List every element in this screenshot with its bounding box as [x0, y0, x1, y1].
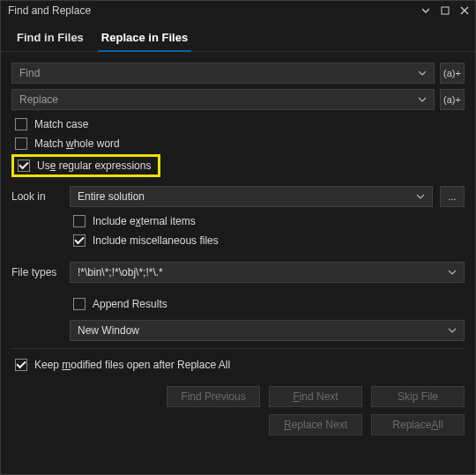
match-whole-word-checkbox[interactable]: [15, 137, 27, 150]
chevron-down-icon: [448, 326, 457, 335]
chevron-down-icon: [448, 268, 457, 277]
include-external-row: Include external items: [70, 212, 465, 230]
close-icon[interactable]: [457, 4, 472, 18]
browse-button[interactable]: ...: [440, 186, 465, 207]
file-types-row: File types !*\bin\*;!*\obj\*;!*\.*: [11, 262, 465, 283]
replace-regex-button[interactable]: (a)+: [440, 89, 465, 110]
chevron-down-icon[interactable]: [418, 69, 427, 78]
find-placeholder: Find: [19, 67, 40, 79]
keep-modified-checkbox[interactable]: [15, 359, 27, 371]
window-title: Find and Replace: [8, 4, 419, 17]
results-window-select[interactable]: New Window: [70, 320, 465, 341]
chevron-down-icon: [416, 192, 425, 201]
find-previous-button[interactable]: Find Previous: [167, 386, 260, 407]
dialog-body: Find (a)+ Replace (a)+ Match case Match …: [1, 52, 475, 442]
include-external-checkbox[interactable]: [73, 215, 86, 227]
keep-modified-label[interactable]: Keep modified files open after Replace A…: [34, 359, 230, 371]
look-in-label: Look in: [11, 190, 63, 203]
tab-find-in-files[interactable]: Find in Files: [8, 26, 93, 51]
actions-row-1: Find Previous Find Next Skip File: [11, 386, 465, 407]
match-case-checkbox[interactable]: [15, 118, 27, 130]
use-regex-label[interactable]: Use regular expressions: [37, 160, 151, 172]
file-types-value: !*\bin\*;!*\obj\*;!*\.*: [78, 266, 163, 278]
look-in-row: Look in Entire solution ...: [11, 186, 465, 207]
keep-modified-row: Keep modified files open after Replace A…: [11, 356, 465, 374]
results-window-value: New Window: [78, 324, 139, 337]
append-results-label[interactable]: Append Results: [93, 298, 167, 310]
skip-file-button[interactable]: Skip File: [371, 386, 465, 407]
find-input[interactable]: Find: [11, 63, 435, 84]
replace-all-button[interactable]: Replace All: [371, 414, 465, 435]
find-next-button[interactable]: Find Next: [269, 386, 362, 407]
titlebar: Find and Replace: [1, 1, 475, 20]
include-misc-row: Include miscellaneous files: [70, 232, 465, 249]
look-in-options: Include external items Include miscellan…: [11, 212, 465, 249]
match-case-row: Match case: [11, 115, 465, 133]
replace-input[interactable]: Replace: [11, 89, 435, 110]
match-whole-word-label[interactable]: Match whole word: [34, 137, 120, 150]
look-in-value: Entire solution: [78, 190, 145, 203]
append-results-checkbox[interactable]: [73, 298, 86, 310]
use-regex-row: Use regular expressions: [11, 154, 160, 177]
actions-row-2: Replace Next Replace All: [11, 414, 465, 435]
find-regex-button[interactable]: (a)+: [440, 63, 465, 84]
replace-placeholder: Replace: [19, 93, 58, 106]
append-results-row: Append Results: [70, 295, 465, 313]
include-misc-checkbox[interactable]: [73, 234, 86, 247]
chevron-down-icon[interactable]: [418, 95, 427, 104]
use-regex-checkbox[interactable]: [18, 160, 30, 172]
tab-replace-in-files[interactable]: Replace in Files: [93, 26, 197, 51]
titlebar-controls: [419, 4, 472, 18]
maximize-icon[interactable]: [438, 4, 452, 18]
replace-row: Replace (a)+: [11, 89, 465, 110]
tabs: Find in Files Replace in Files: [1, 20, 475, 52]
result-options: Append Results New Window: [11, 295, 465, 341]
match-whole-word-row: Match whole word: [11, 135, 465, 152]
dropdown-icon[interactable]: [419, 4, 433, 18]
replace-next-button[interactable]: Replace Next: [269, 414, 362, 435]
include-misc-label[interactable]: Include miscellaneous files: [93, 234, 219, 247]
include-external-label[interactable]: Include external items: [93, 215, 196, 227]
look-in-select[interactable]: Entire solution: [70, 186, 433, 207]
separator: [11, 348, 465, 349]
match-case-label[interactable]: Match case: [34, 118, 88, 130]
file-types-input[interactable]: !*\bin\*;!*\obj\*;!*\.*: [70, 262, 465, 283]
file-types-label: File types: [11, 266, 63, 278]
svg-rect-0: [442, 7, 449, 14]
find-row: Find (a)+: [11, 63, 465, 84]
